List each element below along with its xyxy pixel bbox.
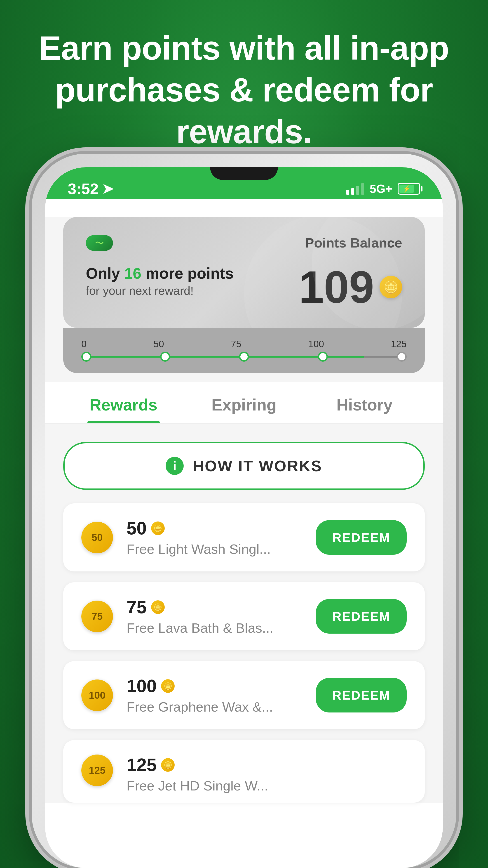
progress-dot-100 [318,352,328,362]
tab-history-label: History [336,396,392,414]
phone-frame: 3:52 ➤ 5G+ ⚡ [32,154,456,868]
signal-bar-2 [351,188,354,195]
reward-badge-100: 100 [81,680,113,711]
reward-badge-value-100: 100 [89,690,105,701]
signal-bars [346,183,364,195]
reward-item-100: 100 100 🪙 Free Graphene Wax &... REDEEM [63,661,425,729]
info-symbol: i [173,459,176,473]
reward-coin-small-50: 🪙 [151,522,165,535]
reward-desc-125: Free Jet HD Single W... [127,778,407,794]
battery-bolt-icon: ⚡ [402,185,411,193]
progress-dot-125 [397,352,407,362]
milestone-100: 100 [308,339,324,349]
tabs-row: Rewards Expiring History [45,382,443,424]
signal-bar-3 [356,186,359,195]
reward-coin-small-100: 🪙 [161,679,175,693]
notch [210,167,278,180]
progress-dots [81,352,407,362]
reward-coin-small-75: 🪙 [151,600,165,614]
progress-dot-50 [160,352,170,362]
reward-badge-value-50: 50 [92,532,103,543]
how-it-works-button[interactable]: i HOW IT WORKS [63,442,425,490]
milestone-0: 0 [81,339,87,349]
tab-history[interactable]: History [304,382,425,423]
reward-badge-125: 125 [81,754,113,786]
reward-points-50: 50 [127,518,147,539]
reward-item-50: 50 50 🪙 Free Light Wash Singl... REDEEM [63,503,425,571]
reward-badge-value-75: 75 [92,611,103,622]
tab-expiring-label: Expiring [212,396,276,414]
redeem-button-75[interactable]: REDEEM [316,599,407,633]
reward-points-row-50: 50 🪙 [127,518,302,539]
progress-dot-0 [81,352,91,362]
time-display: 3:52 [68,180,98,197]
reward-points-row-125: 125 🪙 [127,754,407,775]
tab-rewards[interactable]: Rewards [63,382,184,423]
message-prefix: Only [86,265,124,282]
phone-screen: 3:52 ➤ 5G+ ⚡ [45,167,443,868]
progress-labels: 0 50 75 100 125 [81,339,407,349]
reward-badge-50: 50 [81,522,113,553]
signal-bar-4 [361,183,364,195]
reward-points-row-75: 75 🪙 [127,597,302,618]
reward-desc-100: Free Graphene Wax &... [127,699,302,715]
app-content: 〜 Points Balance Only 16 more points for… [45,217,443,803]
points-card: 〜 Points Balance Only 16 more points for… [63,217,425,328]
logo-circle: 〜 [86,235,113,251]
reward-coin-small-125: 🪙 [161,758,175,772]
network-type: 5G+ [369,182,392,195]
battery-fill: ⚡ [399,185,414,193]
reward-info-50: 50 🪙 Free Light Wash Singl... [127,518,302,557]
status-time: 3:52 ➤ [68,180,113,197]
status-right: 5G+ ⚡ [346,182,420,195]
location-icon: ➤ [102,181,113,197]
info-icon: i [166,457,184,475]
hero-text: Earn points with all in-app purchases & … [0,27,488,153]
reward-info-125: 125 🪙 Free Jet HD Single W... [127,754,407,794]
reward-points-125: 125 [127,754,157,775]
logo-wave-icon: 〜 [95,237,104,249]
reward-badge-value-125: 125 [89,765,105,776]
brand-logo: 〜 [86,235,113,251]
battery-icon: ⚡ [398,183,420,195]
reward-badge-75: 75 [81,600,113,632]
message-suffix: more points [141,265,234,282]
milestone-50: 50 [153,339,164,349]
progress-track [81,354,407,360]
reward-item-125: 125 125 🪙 Free Jet HD Single W... [63,740,425,803]
redeem-button-50[interactable]: REDEEM [316,520,407,555]
reward-points-75: 75 [127,597,147,618]
signal-bar-1 [346,190,349,195]
how-it-works-label: HOW IT WORKS [193,457,322,475]
reward-desc-50: Free Light Wash Singl... [127,541,302,557]
progress-section: 0 50 75 100 125 [63,328,425,373]
reward-info-100: 100 🪙 Free Graphene Wax &... [127,676,302,715]
redeem-button-100[interactable]: REDEEM [316,678,407,712]
milestone-125: 125 [391,339,407,349]
reward-points-100: 100 [127,676,157,696]
reward-item-75: 75 75 🪙 Free Lava Bath & Blas... REDEEM [63,582,425,650]
reward-points-row-100: 100 🪙 [127,676,302,696]
reward-info-75: 75 🪙 Free Lava Bath & Blas... [127,597,302,636]
milestone-75: 75 [231,339,241,349]
reward-desc-75: Free Lava Bath & Blas... [127,620,302,636]
tab-rewards-label: Rewards [90,396,158,414]
progress-dot-75 [239,352,249,362]
reward-list: 50 50 🪙 Free Light Wash Singl... REDEEM [45,503,443,803]
tab-expiring[interactable]: Expiring [184,382,304,423]
message-highlight: 16 [124,265,141,282]
